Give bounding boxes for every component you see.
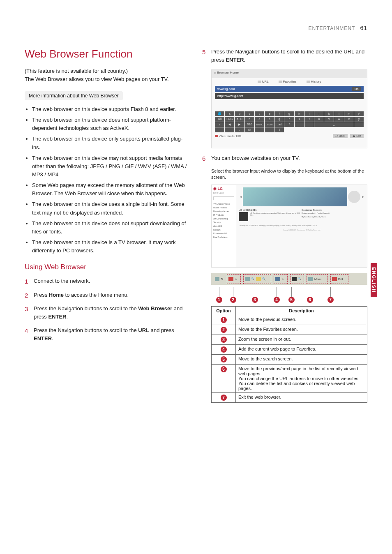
callout-2: 2: [230, 297, 236, 303]
step-item: Press Home to access the Home menu.: [25, 291, 190, 299]
fig1-key: p: [265, 117, 274, 122]
fig1-key: ▶: [235, 122, 244, 127]
callout-5: 5: [288, 297, 295, 303]
fig1-key: s: [295, 117, 304, 122]
fig1-key: .com: [265, 122, 274, 127]
figure-browser-keyboard: ⌂ Browser Home URL Favorites History www…: [211, 69, 367, 148]
table-row: Move to the search screen.: [236, 355, 367, 365]
fig1-key: .net: [274, 122, 284, 127]
fig2-heading-ces: LG at CES 2011: [239, 209, 302, 211]
callout-3: 3: [252, 297, 258, 303]
fig1-key: j: [314, 111, 324, 116]
fig1-key: [295, 122, 304, 127]
step-subnote: Select the browser input window to displ…: [211, 168, 367, 181]
fig2-menu-item: TV / Audio / Video: [213, 203, 234, 205]
fig1-key: h: [295, 111, 304, 116]
callout-6: 6: [307, 297, 313, 303]
fig1-key: x: [344, 117, 354, 122]
callout-1: 1: [216, 297, 222, 303]
info-bullet-list: The web browser on this device supports …: [25, 105, 190, 255]
fig1-key: t: [304, 117, 314, 122]
toolbar-callout-row: 1 2 3 4 5 6 7: [211, 287, 367, 303]
fig1-key: f: [274, 111, 284, 116]
fig1-key: ABC: [235, 117, 244, 122]
fig1-key: c: [245, 111, 254, 116]
fig1-key: m: [344, 111, 354, 116]
th-option: Option: [212, 307, 236, 315]
callout-7: 7: [327, 297, 334, 303]
fig2-search-box: [213, 196, 234, 200]
fig1-key: ␣: [314, 122, 354, 127]
fig1-key: i: [304, 111, 314, 116]
toolbar-exit-icon: [332, 277, 337, 281]
step-item: Press the Navigation buttons to scroll t…: [202, 48, 367, 64]
figure-lg-website: ◉ LG Life's Good TV / Audio / VideoMobil…: [211, 185, 367, 268]
fig1-url-display: http://www.lg.com: [215, 93, 364, 99]
fig2-hero-image: [243, 187, 347, 206]
table-row: Zoom the screen in or out.: [236, 335, 367, 345]
page-title: Web Browser Function: [25, 48, 190, 60]
fig1-key: z: [215, 122, 224, 127]
fig1-key: a: [225, 111, 234, 116]
fig1-key: u: [314, 117, 324, 122]
fig1-key: ENG: [225, 117, 234, 122]
fig1-key: l: [334, 111, 344, 116]
fig2-menu-item: Security: [213, 221, 234, 224]
table-row: Move to the previous/next page in the li…: [236, 365, 367, 393]
step-item: Press the Navigation buttons to scroll t…: [25, 305, 190, 321]
fig1-key: 🌐: [215, 111, 224, 116]
fig1-key: @: [245, 127, 254, 132]
fig1-key: k: [324, 111, 334, 116]
fig1-key: r: [284, 117, 294, 122]
steps-list-right: Press the Navigation buttons to scroll t…: [202, 48, 367, 64]
fig1-key: [354, 122, 364, 127]
toolbar-add-fav-icon: [275, 277, 280, 281]
fig1-key: –: [255, 127, 264, 132]
fig1-keyboard: 🌐abcdefghijklm↲⌫ENGABCnopqrstuvwxyz◀▶$€£…: [215, 111, 364, 132]
fig2-menu-item: Experience LG: [213, 232, 234, 235]
step-item: You can browse websites on your TV.: [202, 154, 367, 162]
fig2-menu-item: Support: [213, 229, 234, 231]
section-label: ENTERTAINMENT: [308, 25, 355, 31]
fig1-key: w: [334, 117, 344, 122]
page-header: ENTERTAINMENT 61: [25, 25, 367, 31]
fig1-key: b: [235, 111, 244, 116]
fig1-key: n: [245, 117, 254, 122]
fig1-key: ↲: [354, 111, 364, 116]
table-row: Add the current web page to Favorites.: [236, 345, 367, 355]
fig2-prev-arrow-icon: ◀: [239, 195, 242, 199]
table-row: Move to the previous screen.: [236, 315, 367, 325]
th-description: Description: [236, 307, 367, 315]
subheading-using: Using Web Browser: [25, 263, 190, 271]
info-bullet: Some Web pages may exceed the memory all…: [32, 181, 190, 198]
figure-toolbar: ⟲ ☆ 🔍🔍 ☆ 🔍 Menu Exit: [211, 273, 367, 285]
fig1-key: v: [324, 117, 334, 122]
fig1-tab-favorites: Favorites: [279, 80, 297, 83]
step-item: Press the Navigation buttons to scroll t…: [25, 326, 190, 342]
info-bullet: The web browser on this device only supp…: [32, 135, 190, 151]
page-number: 61: [360, 25, 367, 31]
fig2-menu-item: IT Products: [213, 214, 234, 216]
fig1-key: [304, 122, 314, 127]
fig1-tab-history: History: [307, 80, 321, 83]
fig1-key: y: [354, 117, 364, 122]
toolbar-search-icon: [292, 277, 297, 281]
info-bullet: The web browser on this device uses a si…: [32, 200, 190, 217]
info-bullet: The web browser on this device supports …: [32, 105, 190, 113]
fig1-url-input: www.lg.com: [217, 87, 235, 91]
steps-list-left: Connect to the network. Press Home to ac…: [25, 277, 190, 342]
fig1-key: ⌫: [215, 117, 224, 122]
fig1-key: d: [255, 111, 264, 116]
fig2-product-image: [348, 191, 360, 203]
callout-4: 4: [274, 297, 280, 303]
fig2-heading-support: Customer Support: [302, 209, 364, 211]
toolbar-zoom-in-icon: [256, 277, 261, 281]
toolbar-favorites-icon: [228, 277, 233, 281]
fig1-back-button: ⮐ Back: [333, 134, 348, 138]
language-tab: ENGLISH: [371, 263, 377, 297]
fig1-key: [215, 127, 224, 132]
fig1-home-icon: ⌂: [214, 71, 216, 74]
toolbar-zoom-out-icon: [245, 277, 250, 281]
fig1-key: $€£: [245, 122, 254, 127]
fig1-key: ◀: [225, 122, 234, 127]
